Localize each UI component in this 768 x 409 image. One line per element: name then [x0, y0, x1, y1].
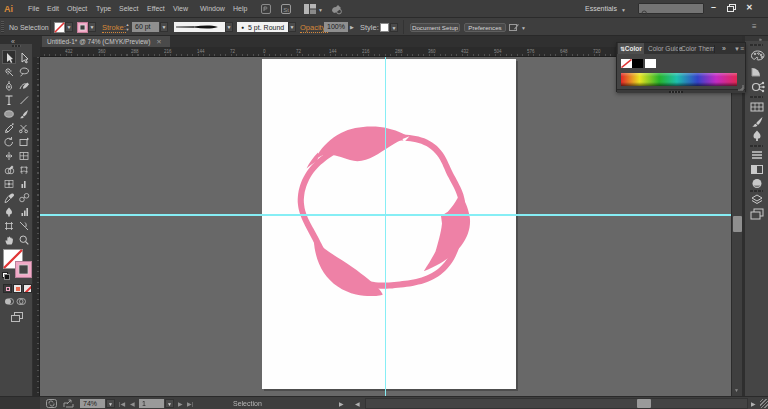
- svg-text:St: St: [283, 7, 289, 13]
